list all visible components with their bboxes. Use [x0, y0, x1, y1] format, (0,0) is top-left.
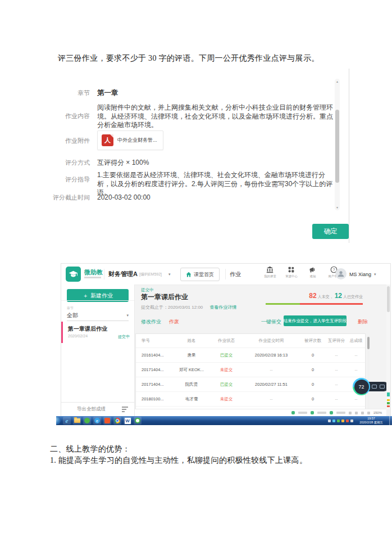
boost-icon[interactable]: [380, 385, 385, 389]
col-review-count: 被评次数: [300, 338, 326, 344]
finish-submission-button[interactable]: 结束作业提交，进入学生互评阶段: [284, 315, 347, 326]
assignment-item-date: 2020/02/24: [68, 334, 88, 338]
attachment-chip[interactable]: 人 中外企业财务管...: [97, 130, 163, 150]
speedball[interactable]: 72: [353, 378, 370, 395]
assignment-title: 第一章课后作业: [141, 292, 188, 302]
export-grades-button[interactable]: 导出全部成绩: [61, 402, 134, 416]
svg-text:?: ?: [333, 268, 335, 272]
view-detail-link[interactable]: 查看作业详情: [209, 304, 236, 310]
tray-icon[interactable]: [328, 419, 331, 422]
classroom-home-label: 课堂首页: [194, 271, 214, 278]
col-submit-time: 作业提交时间: [243, 338, 300, 344]
user-menu[interactable]: MS Xiang ▾: [349, 264, 376, 285]
tray-icon[interactable]: [350, 419, 353, 422]
status-icon[interactable]: [361, 412, 364, 414]
addon-label: [317, 412, 326, 414]
edit-assignment-link[interactable]: 修改作业: [141, 318, 161, 326]
chevron-down-icon: ▾: [168, 272, 171, 277]
submission-stats: 82 人未交， 12 人已交作业: [266, 292, 363, 300]
method-value: 互评得分 × 100%: [97, 159, 338, 168]
sidebar-item-assignment[interactable]: 第一章课后作业 2020/02/24 提交中: [61, 322, 134, 343]
browser-scrollbar-thumb[interactable]: [387, 286, 390, 312]
addon-icon[interactable]: [311, 411, 314, 414]
addon-label: [336, 412, 345, 414]
new-assignment-label: 新建作业: [90, 292, 113, 300]
table-row[interactable]: 20171404... 郑可 KEOK... 未提交 -- 0 -- --: [136, 362, 365, 377]
form-scrollbar[interactable]: ▲ ▼: [335, 79, 340, 210]
scroll-up-icon[interactable]: ▲: [335, 79, 340, 84]
col-student-id: 学号: [136, 338, 173, 344]
chapter-filter-select[interactable]: 全部 ▾: [67, 310, 129, 321]
clean-icon[interactable]: [372, 385, 377, 389]
addon-icon[interactable]: [330, 411, 333, 414]
clock-date: 2020/2/28 星期五: [357, 421, 385, 424]
tray-icon[interactable]: [346, 419, 349, 422]
taskbar-app-orange-icon[interactable]: [103, 417, 111, 425]
app-logo[interactable]: [66, 267, 81, 282]
deadline-row: 提交截止于：2020/03/01 12:00 查看作业详情: [141, 304, 236, 310]
delete-link[interactable]: 删除: [358, 318, 368, 326]
table-scrollbar[interactable]: [367, 336, 370, 414]
deadline-label: 评分截止时间: [51, 193, 90, 202]
urge-submit-link[interactable]: 一键催交: [261, 318, 281, 326]
classroom-home-button[interactable]: 课堂首页: [180, 268, 220, 281]
tab-assignments[interactable]: 作业: [230, 264, 241, 285]
taskbar-explorer-icon[interactable]: [73, 417, 81, 425]
addon-icon[interactable]: [291, 411, 295, 414]
scroll-down-icon[interactable]: ▼: [335, 205, 340, 210]
resources-icon: [288, 266, 295, 273]
taskbar-app-green-icon[interactable]: [83, 417, 91, 425]
student-table: 学号 姓名 作业状态 作业提交时间 被评次数 互评得分 总成绩 20161404…: [135, 333, 366, 417]
graduation-cap-icon: [69, 269, 78, 279]
status-icon[interactable]: [355, 412, 358, 414]
app-header: 微助教 财务管理A [编码EM592] ▾ 课堂首页 作业: [61, 264, 390, 285]
taskbar-browser-icon[interactable]: e: [93, 417, 101, 425]
form-row-method: 评分方式 互评得分 × 100%: [51, 159, 354, 168]
form-row-attachment: 作业附件 人 中外企业财务管...: [51, 130, 354, 150]
table-header-row: 学号 姓名 作业状态 作业提交时间 被评次数 互评得分 总成绩: [136, 334, 365, 348]
confirm-button[interactable]: 确定: [312, 224, 349, 239]
deadline-text: 提交截止于：2020/03/01 12:00: [141, 304, 203, 310]
user-avatar[interactable]: [335, 268, 347, 279]
show-desktop-button[interactable]: [389, 416, 392, 425]
tray-icon[interactable]: [332, 419, 335, 422]
table-scrollbar-thumb[interactable]: [367, 337, 370, 349]
bank-icon: [266, 266, 274, 273]
void-assignment-link[interactable]: 作废: [169, 318, 179, 326]
plus-icon: ＋: [83, 292, 88, 300]
app-logo-text: 微助教: [84, 268, 103, 277]
taskbar-chrome-icon[interactable]: [113, 417, 121, 425]
browser-scrollbar[interactable]: [386, 285, 390, 409]
sort-icon: [122, 407, 128, 412]
start-button[interactable]: [56, 417, 61, 425]
person-icon: [337, 270, 345, 278]
course-code: [编码EM592]: [139, 272, 162, 277]
status-icon[interactable]: [367, 412, 370, 414]
nav-my-classes[interactable]: 我的课堂: [261, 266, 279, 279]
content-value: 阅读附件中的文献，并上网搜集相关文献，分析中小科技企业目前的财务管理环境。从经济…: [97, 103, 338, 130]
form-scrollbar-thumb[interactable]: [335, 110, 339, 183]
status-icon[interactable]: [349, 412, 352, 414]
taskbar-word-icon[interactable]: W: [124, 417, 131, 425]
form-row-chapter: 章节 第一章: [51, 89, 354, 98]
weizhujiao-app-window: 微助教 财务管理A [编码EM592] ▾ 课堂首页 作业: [61, 263, 391, 417]
taskbar-app-ring-icon[interactable]: [134, 417, 142, 425]
chapter-filter-value: 全部: [67, 312, 78, 319]
table-row[interactable]: 20171404... 阮氏贤 已提交 2020/02/27 11:51 0 -…: [136, 377, 365, 391]
content-label: 作业内容: [51, 103, 90, 130]
zoom-level[interactable]: 150%: [373, 411, 382, 414]
chevron-down-icon: ▾: [374, 272, 376, 277]
nav-notifications[interactable]: 通知: [304, 266, 321, 279]
chapter-value: 第一章: [97, 89, 338, 98]
assignment-sidebar: ＋ 新建作业 章节 全部 ▾ 第一章课后作业 2020/02/24 提交中 导出…: [61, 285, 135, 416]
dialog-edge-line: [349, 69, 349, 243]
tray-icon[interactable]: [341, 419, 344, 422]
taskbar-clock[interactable]: 19:57 2020/2/28 星期五: [357, 417, 385, 425]
course-selector[interactable]: 财务管理A [编码EM592] ▾: [108, 264, 171, 285]
table-row[interactable]: 20161404... 唐果 已提交 2020/02/28 16:13 0 --…: [136, 348, 365, 362]
form-row-content: 作业内容 阅读附件中的文献，并上网搜集相关文献，分析中小科技企业目前的财务管理环…: [51, 103, 354, 130]
taskbar-ie-icon[interactable]: e: [63, 417, 71, 425]
nav-resource-center[interactable]: 资源中心: [282, 266, 300, 279]
table-row[interactable]: 20180100... 韦才雪 未提交 -- 0 -- --: [136, 391, 365, 406]
tray-icon[interactable]: [337, 419, 340, 422]
